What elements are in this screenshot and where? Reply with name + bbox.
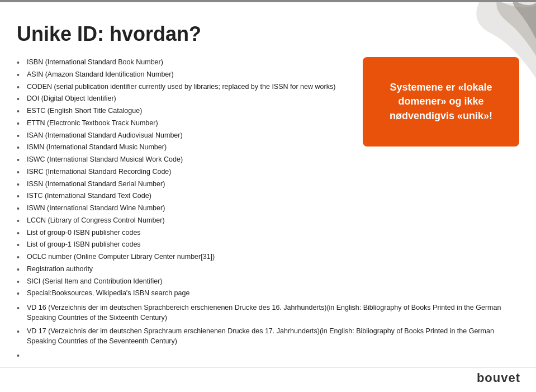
list-item: Registration authority (17, 264, 352, 275)
list-item: SICI (Serial Item and Contribution Ident… (17, 276, 352, 287)
list-item: Special:Booksources, Wikipedia's ISBN se… (17, 288, 352, 299)
list-item: LCCN (Library of Congress Control Number… (17, 215, 352, 226)
list-item-vd: VD 16 (Verzeichnis der im deutschen Spra… (17, 303, 519, 323)
decorative-corner (435, 0, 536, 78)
bouvet-logo: bouvet (477, 371, 520, 385)
list-item: ISRC (International Standard Recording C… (17, 167, 352, 177)
list-item: List of group-1 ISBN publisher codes (17, 239, 352, 250)
bullet-list-empty (17, 350, 519, 361)
highlight-box-text: Systemene er «lokale domener» og ikke nø… (374, 81, 508, 123)
bullet-list-main: ISBN (International Standard Book Number… (17, 57, 352, 300)
list-item: ESTC (English Short Title Catalogue) (17, 106, 352, 116)
list-item-vd: VD 17 (Verzeichnis der im deutschen Spra… (17, 326, 519, 346)
list-item: ISTC (International Standard Text Code) (17, 191, 352, 201)
separator-line (0, 367, 536, 367)
list-item: OCLC number (Online Computer Library Cen… (17, 252, 352, 262)
list-item: ISAN (International Standard Audiovisual… (17, 130, 352, 141)
list-item: ISMN (International Standard Music Numbe… (17, 142, 352, 153)
list-item-empty (17, 350, 519, 361)
list-item: ISWC (International Standard Musical Wor… (17, 154, 352, 165)
list-item: ISBN (International Standard Book Number… (17, 57, 352, 68)
list-item: CODEN (serial publication identifier cur… (17, 82, 352, 92)
list-item: ETTN (Electronic Textbook Track Number) (17, 118, 352, 129)
list-item: DOI (Digital Object Identifier) (17, 93, 352, 104)
top-border (0, 0, 536, 2)
bullet-list-bottom: VD 16 (Verzeichnis der im deutschen Spra… (17, 303, 519, 347)
list-item: ISSN (International Standard Serial Numb… (17, 179, 352, 190)
list-item: ISWN (International Standard Wine Number… (17, 203, 352, 214)
main-layout: ISBN (International Standard Book Number… (17, 57, 519, 300)
list-item: List of group-0 ISBN publisher codes (17, 228, 352, 238)
list-item: ASIN (Amazon Standard Identification Num… (17, 69, 352, 80)
